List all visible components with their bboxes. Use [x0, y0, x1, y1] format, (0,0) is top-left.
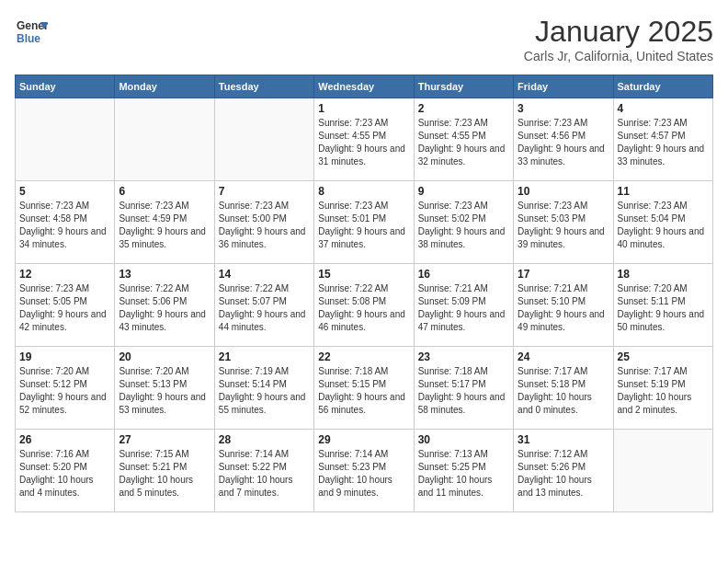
day-info: Sunrise: 7:23 AMSunset: 5:05 PMDaylight:… — [19, 282, 110, 334]
calendar-cell — [16, 98, 115, 181]
location-subtitle: Carls Jr, California, United States — [524, 49, 713, 63]
day-number: 17 — [518, 268, 609, 281]
day-number: 16 — [418, 268, 509, 281]
calendar-cell: 26Sunrise: 7:16 AMSunset: 5:20 PMDayligh… — [16, 430, 115, 512]
calendar-cell: 18Sunrise: 7:20 AMSunset: 5:11 PMDayligh… — [613, 264, 712, 347]
weekday-header-saturday: Saturday — [613, 75, 712, 98]
day-number: 8 — [318, 185, 409, 198]
day-info: Sunrise: 7:23 AMSunset: 4:55 PMDaylight:… — [318, 117, 409, 168]
calendar-cell: 25Sunrise: 7:17 AMSunset: 5:19 PMDayligh… — [613, 347, 712, 430]
calendar-cell: 3Sunrise: 7:23 AMSunset: 4:56 PMDaylight… — [514, 98, 613, 181]
day-info: Sunrise: 7:19 AMSunset: 5:14 PMDaylight:… — [219, 365, 310, 417]
day-number: 19 — [19, 350, 110, 363]
svg-text:Blue: Blue — [17, 32, 40, 45]
calendar-cell: 9Sunrise: 7:23 AMSunset: 5:02 PMDaylight… — [414, 181, 513, 264]
day-number: 26 — [19, 433, 110, 446]
calendar-cell: 6Sunrise: 7:23 AMSunset: 4:59 PMDaylight… — [115, 181, 214, 264]
day-number: 23 — [418, 350, 509, 363]
day-number: 30 — [418, 433, 509, 446]
day-number: 4 — [618, 102, 709, 115]
day-number: 5 — [19, 185, 110, 198]
calendar-cell: 12Sunrise: 7:23 AMSunset: 5:05 PMDayligh… — [16, 264, 115, 347]
weekday-header-thursday: Thursday — [414, 75, 513, 98]
day-number: 27 — [119, 433, 210, 446]
week-row-4: 19Sunrise: 7:20 AMSunset: 5:12 PMDayligh… — [16, 347, 713, 430]
day-info: Sunrise: 7:18 AMSunset: 5:15 PMDaylight:… — [318, 365, 409, 417]
calendar-cell: 8Sunrise: 7:23 AMSunset: 5:01 PMDaylight… — [314, 181, 414, 264]
calendar-cell — [214, 98, 313, 181]
calendar-cell: 11Sunrise: 7:23 AMSunset: 5:04 PMDayligh… — [613, 181, 712, 264]
month-title: January 2025 — [524, 15, 713, 49]
day-number: 22 — [318, 350, 409, 363]
weekday-header-row: SundayMondayTuesdayWednesdayThursdayFrid… — [16, 75, 713, 98]
weekday-header-wednesday: Wednesday — [314, 75, 414, 98]
calendar-cell: 28Sunrise: 7:14 AMSunset: 5:22 PMDayligh… — [214, 430, 313, 512]
calendar-cell: 23Sunrise: 7:18 AMSunset: 5:17 PMDayligh… — [414, 347, 513, 430]
day-info: Sunrise: 7:16 AMSunset: 5:20 PMDaylight:… — [19, 448, 110, 500]
calendar-cell: 15Sunrise: 7:22 AMSunset: 5:08 PMDayligh… — [314, 264, 414, 347]
day-info: Sunrise: 7:22 AMSunset: 5:06 PMDaylight:… — [119, 282, 210, 334]
calendar-cell: 20Sunrise: 7:20 AMSunset: 5:13 PMDayligh… — [115, 347, 214, 430]
day-info: Sunrise: 7:22 AMSunset: 5:08 PMDaylight:… — [318, 282, 409, 334]
weekday-header-monday: Monday — [115, 75, 214, 98]
calendar-cell: 29Sunrise: 7:14 AMSunset: 5:23 PMDayligh… — [314, 430, 414, 512]
day-info: Sunrise: 7:12 AMSunset: 5:26 PMDaylight:… — [518, 448, 609, 500]
calendar-cell: 24Sunrise: 7:17 AMSunset: 5:18 PMDayligh… — [514, 347, 613, 430]
weekday-header-friday: Friday — [514, 75, 613, 98]
calendar-table: SundayMondayTuesdayWednesdayThursdayFrid… — [15, 75, 713, 512]
calendar-cell: 10Sunrise: 7:23 AMSunset: 5:03 PMDayligh… — [514, 181, 613, 264]
day-number: 2 — [418, 102, 509, 115]
weekday-header-tuesday: Tuesday — [214, 75, 313, 98]
day-number: 28 — [219, 433, 310, 446]
day-info: Sunrise: 7:14 AMSunset: 5:23 PMDaylight:… — [318, 448, 409, 500]
calendar-cell: 30Sunrise: 7:13 AMSunset: 5:25 PMDayligh… — [414, 430, 513, 512]
day-number: 15 — [318, 268, 409, 281]
day-number: 14 — [219, 268, 310, 281]
day-info: Sunrise: 7:22 AMSunset: 5:07 PMDaylight:… — [219, 282, 310, 334]
week-row-3: 12Sunrise: 7:23 AMSunset: 5:05 PMDayligh… — [16, 264, 713, 347]
day-info: Sunrise: 7:23 AMSunset: 5:00 PMDaylight:… — [219, 200, 310, 251]
day-info: Sunrise: 7:15 AMSunset: 5:21 PMDaylight:… — [119, 448, 210, 500]
day-info: Sunrise: 7:20 AMSunset: 5:12 PMDaylight:… — [19, 365, 110, 417]
calendar-cell: 27Sunrise: 7:15 AMSunset: 5:21 PMDayligh… — [115, 430, 214, 512]
day-number: 25 — [618, 350, 709, 363]
calendar-cell: 31Sunrise: 7:12 AMSunset: 5:26 PMDayligh… — [514, 430, 613, 512]
weekday-header-sunday: Sunday — [16, 75, 115, 98]
calendar-cell — [115, 98, 214, 181]
week-row-5: 26Sunrise: 7:16 AMSunset: 5:20 PMDayligh… — [16, 430, 713, 512]
day-info: Sunrise: 7:23 AMSunset: 4:55 PMDaylight:… — [418, 117, 509, 168]
day-info: Sunrise: 7:14 AMSunset: 5:22 PMDaylight:… — [219, 448, 310, 500]
day-info: Sunrise: 7:23 AMSunset: 5:02 PMDaylight:… — [418, 200, 509, 251]
calendar-cell: 16Sunrise: 7:21 AMSunset: 5:09 PMDayligh… — [414, 264, 513, 347]
calendar-cell: 14Sunrise: 7:22 AMSunset: 5:07 PMDayligh… — [214, 264, 313, 347]
day-info: Sunrise: 7:23 AMSunset: 4:59 PMDaylight:… — [119, 200, 210, 251]
day-info: Sunrise: 7:23 AMSunset: 5:01 PMDaylight:… — [318, 200, 409, 251]
day-number: 7 — [219, 185, 310, 198]
logo: General Blue — [15, 15, 48, 48]
calendar-cell: 22Sunrise: 7:18 AMSunset: 5:15 PMDayligh… — [314, 347, 414, 430]
day-number: 31 — [518, 433, 609, 446]
week-row-2: 5Sunrise: 7:23 AMSunset: 4:58 PMDaylight… — [16, 181, 713, 264]
day-info: Sunrise: 7:23 AMSunset: 4:57 PMDaylight:… — [618, 117, 709, 168]
day-info: Sunrise: 7:23 AMSunset: 4:56 PMDaylight:… — [518, 117, 609, 168]
week-row-1: 1Sunrise: 7:23 AMSunset: 4:55 PMDaylight… — [16, 98, 713, 181]
calendar-cell: 7Sunrise: 7:23 AMSunset: 5:00 PMDaylight… — [214, 181, 313, 264]
calendar-cell: 1Sunrise: 7:23 AMSunset: 4:55 PMDaylight… — [314, 98, 414, 181]
day-info: Sunrise: 7:17 AMSunset: 5:19 PMDaylight:… — [618, 365, 709, 417]
day-number: 11 — [618, 185, 709, 198]
day-info: Sunrise: 7:21 AMSunset: 5:10 PMDaylight:… — [518, 282, 609, 334]
title-area: January 2025 Carls Jr, California, Unite… — [524, 15, 713, 63]
logo-icon: General Blue — [15, 15, 48, 48]
calendar-cell: 2Sunrise: 7:23 AMSunset: 4:55 PMDaylight… — [414, 98, 513, 181]
day-number: 21 — [219, 350, 310, 363]
day-number: 1 — [318, 102, 409, 115]
day-number: 29 — [318, 433, 409, 446]
day-info: Sunrise: 7:21 AMSunset: 5:09 PMDaylight:… — [418, 282, 509, 334]
day-number: 3 — [518, 102, 609, 115]
day-number: 9 — [418, 185, 509, 198]
calendar-cell: 4Sunrise: 7:23 AMSunset: 4:57 PMDaylight… — [613, 98, 712, 181]
day-number: 18 — [618, 268, 709, 281]
day-number: 10 — [518, 185, 609, 198]
day-info: Sunrise: 7:20 AMSunset: 5:11 PMDaylight:… — [618, 282, 709, 334]
calendar-cell — [613, 430, 712, 512]
